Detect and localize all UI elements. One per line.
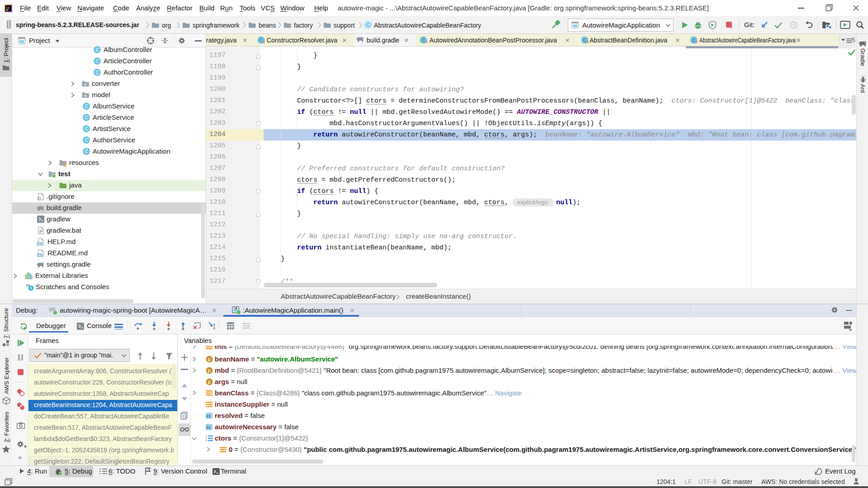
svg-text:2: 2 [731, 26, 733, 29]
svg-text:C: C [95, 58, 99, 64]
svg-text:p: p [208, 368, 211, 373]
svg-text:MD: MD [38, 242, 42, 245]
svg-text:p: p [208, 357, 211, 362]
svg-text:01: 01 [207, 414, 211, 418]
svg-text:C: C [85, 137, 88, 143]
svg-text:C: C [85, 126, 88, 131]
svg-text:C: C [85, 115, 88, 120]
svg-text:C: C [85, 103, 88, 109]
svg-text:p: p [208, 379, 211, 385]
svg-text:C: C [95, 70, 99, 75]
svg-text:IJ: IJ [6, 6, 9, 10]
svg-text:3: 3 [206, 439, 207, 441]
svg-text:01: 01 [207, 425, 211, 430]
svg-text:C: C [367, 23, 370, 28]
svg-text:C: C [95, 47, 99, 52]
svg-text:MD: MD [38, 253, 42, 257]
